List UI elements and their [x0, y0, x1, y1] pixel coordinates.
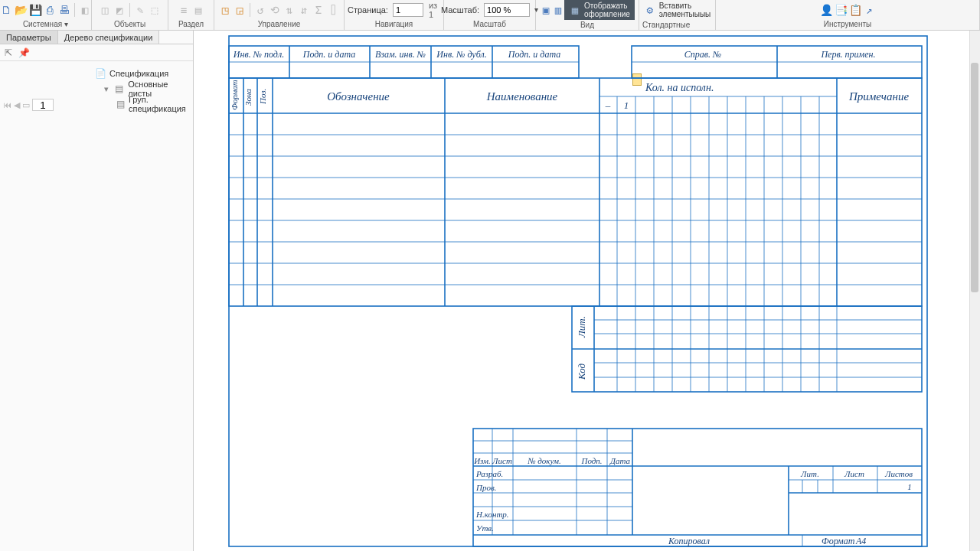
fit-icon-2[interactable]: ▥	[552, 4, 564, 16]
svg-text:Лист: Лист	[492, 456, 512, 465]
pin-icon[interactable]: ⇱	[5, 47, 12, 58]
svg-text:А4: А4	[855, 536, 866, 546]
section-icon[interactable]: ≡	[178, 4, 190, 16]
page-input[interactable]	[393, 3, 423, 17]
tab-tree[interactable]: Дерево спецификации	[58, 31, 160, 44]
tab-params[interactable]: Параметры	[0, 31, 58, 44]
obj-icon-4[interactable]: ⬚	[149, 4, 161, 16]
svg-text:Формат: Формат	[822, 536, 855, 546]
svg-text:Лит.: Лит.	[800, 469, 819, 478]
manage-icon-2[interactable]: ◲	[234, 4, 246, 16]
vertical-scrollbar[interactable]	[969, 31, 980, 551]
tb-group-view: ▣ ▥ ▦ Отображать оформление Вид	[536, 0, 639, 30]
page-label: Страница:	[348, 5, 388, 15]
side-panel: Параметры Дерево спецификации ⇱ 📌 📄 Спец…	[0, 31, 194, 551]
svg-rect-77	[473, 429, 922, 546]
tb-group-objects: ◫ ◩ ✎ ⬚ Объекты	[92, 0, 168, 30]
tb-group-nav: Страница: из 1 Навигация	[345, 0, 444, 30]
manage-icon[interactable]: ◳	[219, 4, 231, 16]
svg-text:Перв. примен.: Перв. примен.	[820, 49, 875, 60]
specification-sheet: Инв. № подл. Подп. и дата Взам. инв. № И…	[228, 35, 929, 548]
manage-icon-6[interactable]: ⇵	[298, 4, 310, 16]
svg-text:Поз.: Поз.	[258, 89, 267, 105]
svg-text:Зона: Зона	[243, 89, 253, 106]
save-icon[interactable]: 💾	[29, 4, 41, 16]
tool-icon-2[interactable]: 📑	[835, 4, 847, 16]
group-label: Объекты	[114, 19, 145, 30]
svg-text:–: –	[605, 99, 611, 111]
svg-text:Подп. и дата: Подп. и дата	[302, 49, 355, 60]
svg-text:Наименование: Наименование	[486, 90, 558, 103]
generic-icon[interactable]: ◧	[79, 4, 91, 16]
svg-text:Подп.: Подп.	[580, 456, 602, 465]
scrollbar-thumb[interactable]	[971, 63, 978, 292]
manage-icon-7[interactable]: Σ	[312, 4, 325, 16]
insert-elements-button[interactable]: ⚙ Вставить элементыыыы	[639, 0, 716, 20]
tool-icon-3[interactable]: 📋	[849, 4, 861, 16]
save-all-icon[interactable]: ⎙	[44, 4, 56, 16]
sheet-icon: ▤	[116, 99, 125, 109]
svg-text:Обозначение: Обозначение	[327, 90, 390, 103]
tool-icon[interactable]: 👤	[820, 4, 832, 16]
manage-icon-8[interactable]: ⌷	[327, 4, 339, 16]
svg-text:Изм.: Изм.	[473, 456, 491, 465]
manage-icon-5[interactable]: ⇅	[283, 4, 296, 16]
tb-group-scale: Масштаб: ▾ Масштаб	[444, 0, 536, 30]
show-design-button[interactable]: ▦ Отображать оформление	[564, 0, 635, 20]
obj-icon[interactable]: ◫	[99, 4, 111, 16]
svg-text:Лит.: Лит.	[576, 316, 587, 338]
group-label: Вид	[580, 20, 594, 31]
group-label: Стандартные изделия	[642, 20, 712, 31]
tool-icon-4[interactable]: ↗	[864, 4, 876, 16]
group-label: Раздел	[178, 19, 204, 30]
svg-rect-17	[229, 78, 922, 306]
new-doc-icon[interactable]: 🗋	[0, 4, 12, 16]
svg-text:Формат: Формат	[230, 80, 239, 110]
svg-text:Листов: Листов	[884, 469, 913, 478]
layout-icon: ▦	[569, 4, 581, 16]
svg-text:Взам. инв. №: Взам. инв. №	[375, 49, 426, 60]
group-label: Управление	[258, 19, 301, 30]
svg-text:Инв. № подл.: Инв. № подл.	[233, 49, 284, 60]
group-label: Масштаб	[473, 19, 506, 30]
page-icon[interactable]: ▭	[22, 100, 30, 110]
drawing-canvas[interactable]: Инв. № подл. Подп. и дата Взам. инв. № И…	[194, 31, 969, 551]
group-label: Системная	[23, 20, 62, 28]
obj-icon-3[interactable]: ✎	[134, 4, 146, 16]
svg-text:Подп. и дата: Подп. и дата	[508, 49, 560, 60]
zoom-input[interactable]	[484, 3, 530, 17]
side-toolbar: ⇱ 📌	[0, 44, 193, 61]
section-icon-2[interactable]: ▤	[192, 4, 204, 16]
tree-sheets[interactable]: ▾ ▤ Основные листы	[95, 81, 191, 96]
obj-icon-2[interactable]: ◩	[113, 4, 126, 16]
fit-icon[interactable]: ▣	[540, 4, 552, 16]
first-icon[interactable]: ⏮	[3, 100, 11, 109]
svg-text:Утв.: Утв.	[476, 523, 494, 533]
open-icon[interactable]: 📂	[15, 4, 27, 16]
svg-text:Н.контр.: Н.контр.	[475, 510, 509, 519]
group-label: Навигация	[375, 19, 413, 30]
svg-text:Примечание: Примечание	[848, 90, 909, 103]
print-icon[interactable]: 🖶	[58, 4, 70, 16]
side-page-input[interactable]	[32, 99, 54, 111]
svg-text:Копировал: Копировал	[668, 536, 710, 546]
main-toolbar: 🗋 📂 💾 ⎙ 🖶 ◧ Системная▾ ◫ ◩ ✎ ⬚ Объекты ≡…	[0, 0, 980, 31]
manage-icon-4[interactable]: ⟲	[269, 4, 281, 16]
tree-root[interactable]: 📄 Спецификация	[95, 66, 191, 81]
spec-tree: 📄 Спецификация ▾ ▤ Основные листы ▤ Груп…	[92, 61, 194, 116]
svg-text:Дата: Дата	[609, 456, 631, 465]
tb-group-std: ⚙ Вставить элементыыыы Стандартные издел…	[639, 0, 716, 30]
chevron-down-icon: ▾	[104, 84, 109, 94]
chevron-down-icon[interactable]: ▾	[64, 20, 68, 28]
tb-group-tools: 👤 📑 📋 ↗ Инструменты	[716, 0, 980, 30]
svg-rect-0	[229, 36, 927, 546]
manage-icon-3[interactable]: ↺	[254, 4, 266, 16]
tree-group[interactable]: ▤ Груп. спецификация	[95, 96, 191, 112]
pin-icon-2[interactable]: 📌	[18, 47, 30, 58]
scale-label: Масштаб:	[441, 5, 479, 15]
doc-icon: 📄	[95, 68, 106, 79]
svg-text:1: 1	[907, 482, 912, 491]
svg-text:Пров.: Пров.	[475, 483, 496, 492]
svg-text:1: 1	[624, 99, 629, 111]
prev-icon[interactable]: ◀	[14, 100, 20, 110]
